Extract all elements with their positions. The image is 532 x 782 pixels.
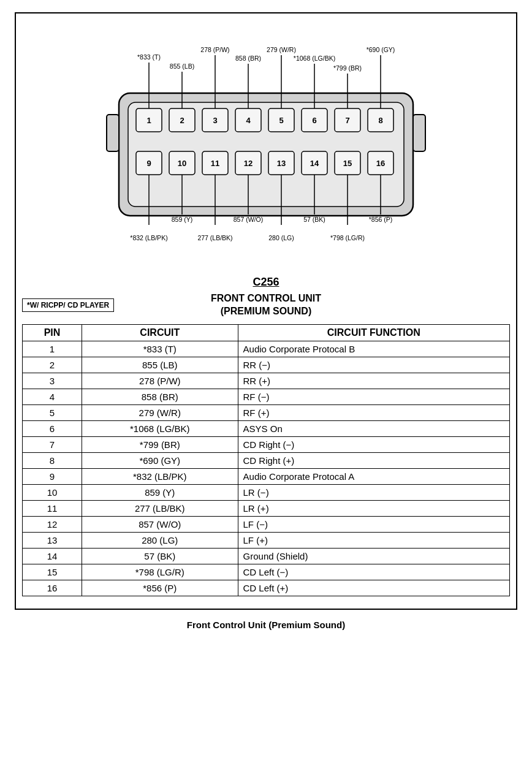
cell-circuit: 855 (LB) — [82, 357, 238, 373]
cell-circuit: *690 (GY) — [82, 452, 238, 468]
cell-function: CD Right (+) — [238, 452, 509, 468]
cell-pin: 16 — [23, 580, 82, 596]
table-row: 11277 (LB/BK)LR (+) — [23, 500, 510, 516]
col-header-pin: PIN — [23, 324, 82, 341]
table-row: 15*798 (LG/R)CD Left (−) — [23, 564, 510, 580]
svg-text:*690 (GY): *690 (GY) — [367, 46, 395, 53]
svg-text:8: 8 — [378, 116, 382, 125]
svg-text:15: 15 — [343, 159, 352, 168]
col-header-function: CIRCUIT FUNCTION — [238, 324, 509, 341]
svg-text:10: 10 — [178, 159, 186, 168]
connector-title: FRONT CONTROL UNIT (PREMIUM SOUND) — [211, 292, 321, 318]
svg-text:57 (BK): 57 (BK) — [303, 216, 325, 223]
cell-function: RR (+) — [238, 373, 509, 389]
svg-text:7: 7 — [345, 116, 349, 125]
cell-circuit: *799 (BR) — [82, 436, 238, 452]
table-row: 10859 (Y)LR (−) — [23, 484, 510, 500]
table-row: 6*1068 (LG/BK)ASYS On — [23, 420, 510, 436]
svg-text:5: 5 — [279, 116, 283, 125]
svg-text:6: 6 — [312, 116, 316, 125]
svg-text:*856 (P): *856 (P) — [369, 216, 393, 223]
pin-table: PIN CIRCUIT CIRCUIT FUNCTION 1*833 (T)Au… — [22, 324, 510, 596]
svg-text:278 (P/W): 278 (P/W) — [200, 46, 229, 53]
cell-pin: 14 — [23, 548, 82, 564]
cell-function: LR (+) — [238, 500, 509, 516]
table-row: 3278 (P/W)RR (+) — [23, 373, 510, 389]
title-line2: (PREMIUM SOUND) — [221, 306, 311, 316]
col-header-circuit: CIRCUIT — [82, 324, 238, 341]
svg-rect-34 — [107, 115, 119, 151]
cell-circuit: *856 (P) — [82, 580, 238, 596]
cell-circuit: 279 (W/R) — [82, 404, 238, 420]
cell-circuit: *1068 (LG/BK) — [82, 420, 238, 436]
table-row: 13280 (LG)LF (+) — [23, 532, 510, 548]
cell-circuit: *798 (LG/R) — [82, 564, 238, 580]
table-row: 9*832 (LB/PK)Audio Corporate Protocal A — [23, 468, 510, 484]
svg-text:859 (Y): 859 (Y) — [172, 216, 192, 223]
cell-pin: 8 — [23, 452, 82, 468]
cell-function: ASYS On — [238, 420, 509, 436]
cell-circuit: 278 (P/W) — [82, 373, 238, 389]
table-row: 5279 (W/R)RF (+) — [23, 404, 510, 420]
diagram-area: 1 2 3 4 5 6 7 8 9 — [22, 20, 510, 271]
svg-text:279 (W/R): 279 (W/R) — [267, 46, 296, 53]
cell-pin: 1 — [23, 341, 82, 357]
cell-function: RR (−) — [238, 357, 509, 373]
cell-function: RF (+) — [238, 404, 509, 420]
table-row: 7*799 (BR)CD Right (−) — [23, 436, 510, 452]
cell-function: LR (−) — [238, 484, 509, 500]
cell-circuit: 858 (BR) — [82, 389, 238, 404]
cell-pin: 3 — [23, 373, 82, 389]
svg-text:11: 11 — [211, 159, 219, 168]
title-area: *W/ RICPP/ CD PLAYER FRONT CONTROL UNIT … — [22, 292, 510, 318]
footer-text: Front Control Unit (Premium Sound) — [187, 620, 345, 630]
cell-function: LF (−) — [238, 516, 509, 532]
svg-text:2: 2 — [180, 116, 184, 125]
svg-text:277 (LB/BK): 277 (LB/BK) — [197, 234, 232, 241]
connector-diagram: 1 2 3 4 5 6 7 8 9 — [51, 26, 481, 259]
table-row: 1*833 (T)Audio Corporate Protocal B — [23, 341, 510, 357]
badge-label: *W/ RICPP/ CD PLAYER — [22, 298, 114, 312]
cell-function: CD Right (−) — [238, 436, 509, 452]
table-row: 8*690 (GY)CD Right (+) — [23, 452, 510, 468]
main-container: 1 2 3 4 5 6 7 8 9 — [15, 12, 517, 610]
cell-circuit: 57 (BK) — [82, 548, 238, 564]
svg-text:*1068 (LG/BK): *1068 (LG/BK) — [294, 55, 335, 62]
svg-text:1: 1 — [146, 116, 151, 125]
svg-text:12: 12 — [244, 159, 253, 168]
connector-id-label: C256 — [22, 276, 510, 289]
svg-rect-35 — [413, 115, 425, 151]
svg-text:858 (BR): 858 (BR) — [235, 55, 261, 62]
cell-pin: 11 — [23, 500, 82, 516]
table-row: 2855 (LB)RR (−) — [23, 357, 510, 373]
cell-pin: 2 — [23, 357, 82, 373]
cell-function: Ground (Shield) — [238, 548, 509, 564]
svg-text:13: 13 — [277, 159, 286, 168]
cell-function: Audio Corporate Protocal A — [238, 468, 509, 484]
cell-pin: 10 — [23, 484, 82, 500]
svg-text:*832 (LB/PK): *832 (LB/PK) — [130, 234, 167, 241]
cell-pin: 15 — [23, 564, 82, 580]
cell-pin: 13 — [23, 532, 82, 548]
cell-function: CD Left (+) — [238, 580, 509, 596]
cell-pin: 9 — [23, 468, 82, 484]
table-row: 12857 (W/O)LF (−) — [23, 516, 510, 532]
svg-text:280 (LG): 280 (LG) — [268, 234, 294, 241]
svg-text:3: 3 — [213, 116, 217, 125]
cell-circuit: *833 (T) — [82, 341, 238, 357]
table-row: 4858 (BR)RF (−) — [23, 389, 510, 404]
cell-circuit: 857 (W/O) — [82, 516, 238, 532]
cell-pin: 6 — [23, 420, 82, 436]
cell-function: RF (−) — [238, 389, 509, 404]
cell-circuit: 277 (LB/BK) — [82, 500, 238, 516]
cell-function: LF (+) — [238, 532, 509, 548]
svg-text:14: 14 — [310, 159, 319, 168]
svg-text:4: 4 — [246, 116, 251, 125]
svg-text:857 (W/O): 857 (W/O) — [234, 216, 263, 223]
title-line1: FRONT CONTROL UNIT — [211, 293, 321, 303]
svg-text:*833 (T): *833 (T) — [137, 53, 161, 61]
cell-circuit: 859 (Y) — [82, 484, 238, 500]
cell-function: CD Left (−) — [238, 564, 509, 580]
table-row: 1457 (BK)Ground (Shield) — [23, 548, 510, 564]
svg-text:16: 16 — [376, 159, 385, 168]
